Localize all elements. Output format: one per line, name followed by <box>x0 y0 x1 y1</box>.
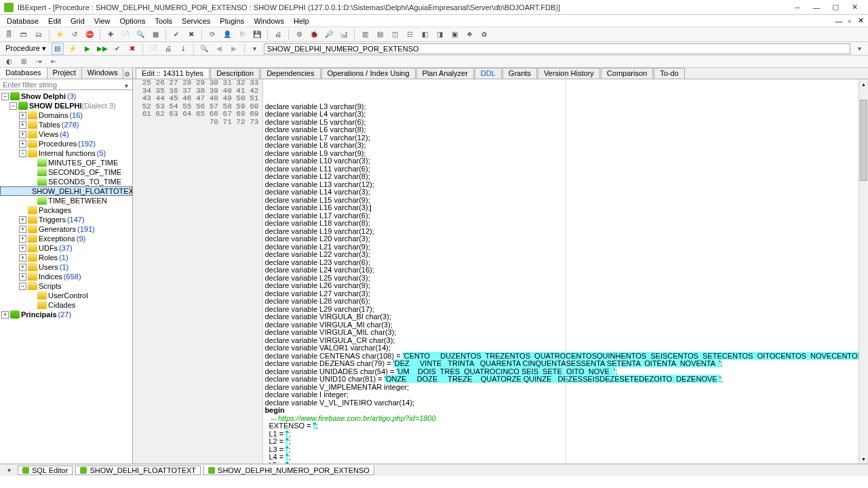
node-udfs[interactable]: +UDFs(37) <box>0 243 132 253</box>
tb-register[interactable]: 🗃 <box>18 28 30 41</box>
node-scripts[interactable]: −Scripts <box>0 281 132 291</box>
tb-grant[interactable]: ⚐ <box>236 28 248 41</box>
object-type-dropdown[interactable]: Procedure ▾ <box>3 44 49 53</box>
tab-operations[interactable]: Operations / Index Using <box>321 68 416 79</box>
tb-connect[interactable]: ⚡ <box>54 28 66 41</box>
node-tables[interactable]: +Tables(278) <box>0 120 132 129</box>
tb-new[interactable]: ✚ <box>104 28 117 41</box>
tb-commit[interactable]: ✔ <box>170 28 182 41</box>
menu-help[interactable]: Help <box>290 16 313 26</box>
mdi-close[interactable]: ✕ <box>856 16 865 26</box>
menu-tools[interactable]: Tools <box>151 16 176 26</box>
pt-mode[interactable]: ▤ <box>52 43 64 55</box>
wtab-floattotext[interactable]: SHOW_DELHI_FLOATTOTEXT <box>75 466 201 475</box>
db-tree[interactable]: −Show Delphi(3) −SHOW DELPHI (Dialect 3)… <box>0 90 132 464</box>
node-fn-minutes[interactable]: MINUTES_OF_TIME <box>0 158 132 167</box>
node-script-cidades[interactable]: Cidades <box>0 300 132 310</box>
node-fn-time-between[interactable]: TIME_BETWEEN <box>0 196 132 205</box>
tb-t2[interactable]: ▤ <box>374 28 386 41</box>
tb-new-db[interactable]: 🗄 <box>3 28 15 41</box>
tab-grants[interactable]: Grants <box>502 68 537 79</box>
menu-plugins[interactable]: Plugins <box>216 16 248 26</box>
code-text[interactable]: declare variable L3 varchar(9);declare v… <box>263 79 868 464</box>
scrollbar-thumb[interactable] <box>860 100 867 181</box>
node-views[interactable]: +Views(4) <box>0 129 132 139</box>
tb-query[interactable]: 🔍 <box>134 28 146 41</box>
node-internal-functions[interactable]: −Internal functions(5) <box>0 148 132 158</box>
pt-name-dropdown[interactable]: ▾ <box>853 43 865 55</box>
mdi-minimize[interactable]: — <box>834 16 844 26</box>
close-button[interactable]: ✕ <box>845 1 864 14</box>
tab-edit[interactable]: Edit :: 14311 bytes <box>136 68 210 79</box>
menu-grid[interactable]: Grid <box>66 16 89 26</box>
tb-compile[interactable]: ⚙ <box>293 28 305 41</box>
tb-t5[interactable]: ◧ <box>418 28 431 41</box>
pt-next[interactable]: ▶ <box>228 43 240 55</box>
tb-unregister[interactable]: 🗂 <box>33 28 45 41</box>
node-domains[interactable]: +Domains(16) <box>0 110 132 120</box>
tb-users[interactable]: 👤 <box>221 28 233 41</box>
tb-trace[interactable]: 🔎 <box>323 28 335 41</box>
node-generators[interactable]: +Generators(191) <box>0 224 132 234</box>
menu-edit[interactable]: Edit <box>44 16 65 26</box>
node-fn-seconds-of-time[interactable]: SECONDS_OF_TIME <box>0 167 132 177</box>
restore-hint-icon[interactable]: ↔ <box>788 1 807 14</box>
tb-t3[interactable]: ◫ <box>389 28 401 41</box>
pt-print[interactable]: 🖨 <box>162 43 174 55</box>
tab-ddl[interactable]: DDL <box>475 68 502 79</box>
sb-drop[interactable]: ▾ <box>3 464 15 476</box>
tab-project[interactable]: Project <box>47 68 82 79</box>
node-root[interactable]: −Show Delphi(3) <box>0 92 132 101</box>
tab-description[interactable]: Description <box>210 68 260 79</box>
vertical-scrollbar[interactable]: ▲ ▼ <box>859 79 868 464</box>
node-indices[interactable]: +Indices(658) <box>0 272 132 281</box>
wtab-sql-editor[interactable]: SQL Editor <box>18 466 73 475</box>
pt-export[interactable]: ⤓ <box>177 43 189 55</box>
node-packages[interactable]: Packages <box>0 205 132 215</box>
pt-search[interactable]: 🔍 <box>198 43 210 55</box>
tb-t8[interactable]: ❖ <box>463 28 475 41</box>
tb-backup[interactable]: 💾 <box>251 28 263 41</box>
tb-reconnect[interactable]: ↺ <box>68 28 81 41</box>
pt2-outdent[interactable]: ⇤ <box>47 56 60 68</box>
tb-t9[interactable]: ✿ <box>478 28 490 41</box>
pt2-params[interactable]: ◐ <box>3 56 15 68</box>
mdi-restore[interactable]: ▫ <box>845 16 854 26</box>
node-triggers[interactable]: +Triggers(147) <box>0 215 132 224</box>
node-exceptions[interactable]: +Exceptions(9) <box>0 234 132 243</box>
scrollbar-down[interactable]: ▼ <box>859 454 868 464</box>
menu-services[interactable]: Services <box>178 16 214 26</box>
node-fn-floattotext[interactable]: SHOW_DELHI_FLOATTOTEXT <box>0 186 132 196</box>
pt-fast-execute[interactable]: ▶▶ <box>96 43 108 55</box>
scrollbar-up[interactable]: ▲ <box>859 79 868 89</box>
tab-plan-analyzer[interactable]: Plan Analyzer <box>416 68 474 79</box>
pt-prev[interactable]: ◀ <box>213 43 225 55</box>
menu-options[interactable]: Options <box>116 16 150 26</box>
filter-input[interactable] <box>0 79 120 89</box>
tab-version-history[interactable]: Version History <box>538 68 600 79</box>
pt2-indent[interactable]: ⇥ <box>33 56 45 68</box>
tab-comparison[interactable]: Comparison <box>601 68 653 79</box>
node-script-usercontrol[interactable]: UserControl <box>0 291 132 300</box>
menu-windows[interactable]: Windows <box>250 16 288 26</box>
node-database[interactable]: −SHOW DELPHI (Dialect 3) <box>0 101 132 110</box>
tb-new-sql[interactable]: 📄 <box>119 28 132 41</box>
maximize-button[interactable]: ▢ <box>826 1 845 14</box>
tab-todo[interactable]: To-do <box>654 68 685 79</box>
tab-databases[interactable]: Databases <box>0 68 47 79</box>
tb-t4[interactable]: ☷ <box>403 28 416 41</box>
tab-dependencies[interactable]: Dependencies <box>260 68 320 79</box>
tb-t6[interactable]: ◨ <box>433 28 446 41</box>
pt2-vars[interactable]: ⊞ <box>18 56 30 68</box>
tb-refresh[interactable]: ⟳ <box>206 28 218 41</box>
tb-t7[interactable]: ▣ <box>448 28 460 41</box>
pt-new[interactable]: 📄 <box>147 43 159 55</box>
tb-rollback[interactable]: ✖ <box>185 28 197 41</box>
node-procedures[interactable]: +Procedures(192) <box>0 139 132 148</box>
node-principals[interactable]: +Principais(27) <box>0 310 132 319</box>
minimize-button[interactable]: — <box>807 1 826 14</box>
tb-disconnect[interactable]: ⛔ <box>83 28 96 41</box>
tb-t1[interactable]: ▥ <box>359 28 371 41</box>
tb-plan[interactable]: 📊 <box>338 28 350 41</box>
tb-data[interactable]: ▦ <box>149 28 161 41</box>
